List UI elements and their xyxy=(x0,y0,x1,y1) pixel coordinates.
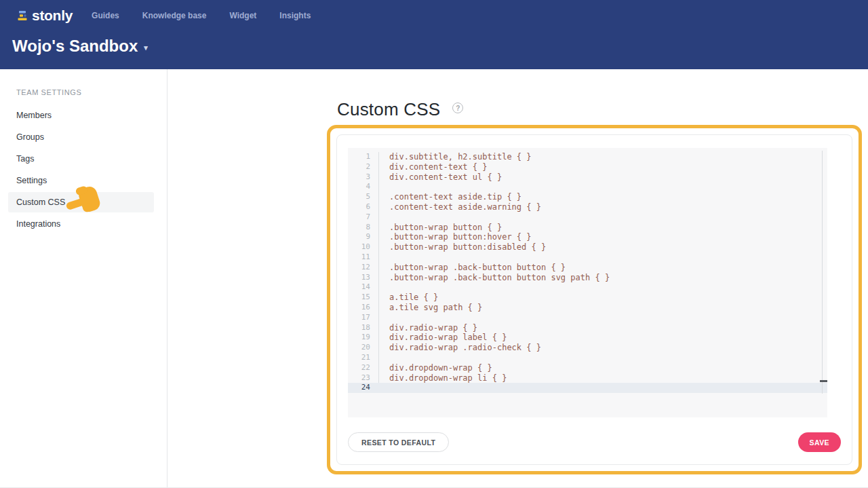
code-text: .content-text aside.tip { } xyxy=(379,192,521,202)
line-number: 4 xyxy=(348,182,379,192)
code-text xyxy=(379,182,389,192)
line-number: 20 xyxy=(348,343,379,353)
custom-css-card: 1 div.subtitle, h2.subtitle { } 2 div.co… xyxy=(336,134,852,465)
nav-item[interactable]: Guides xyxy=(92,11,119,20)
save-button[interactable]: SAVE xyxy=(798,432,841,452)
code-text: .button-wrap button:disabled { } xyxy=(379,242,546,252)
sidebar-items: Members Groups Tags Settings xyxy=(0,105,167,236)
sidebar-item[interactable]: Settings xyxy=(8,170,154,191)
code-line[interactable]: 3 div.content-text ul { } xyxy=(348,172,827,183)
css-code-editor[interactable]: 1 div.subtitle, h2.subtitle { } 2 div.co… xyxy=(348,148,827,417)
code-text: .button-wrap .back-button button { } xyxy=(379,263,566,273)
code-line[interactable]: 18 div.radio-wrap { } xyxy=(348,323,827,333)
code-line[interactable]: 11 xyxy=(348,252,827,263)
code-line[interactable]: 16 a.tile svg path { } xyxy=(348,303,827,313)
line-number: 6 xyxy=(348,202,379,212)
code-line[interactable]: 24 xyxy=(348,383,827,393)
line-number: 16 xyxy=(348,303,379,313)
code-text: a.tile { } xyxy=(379,293,438,303)
sidebar-item[interactable]: Integrations xyxy=(8,214,154,234)
code-text: div.radio-wrap label { } xyxy=(379,333,507,343)
code-line[interactable]: 17 xyxy=(348,313,827,323)
nav-item[interactable]: Insights xyxy=(279,11,311,20)
code-line[interactable]: 2 div.content-text { } xyxy=(348,162,827,172)
code-line[interactable]: 14 xyxy=(348,282,827,293)
line-number: 2 xyxy=(348,162,379,172)
code-line[interactable]: 13 .button-wrap .back-button button svg … xyxy=(348,273,827,283)
line-number: 18 xyxy=(348,323,379,333)
line-number: 3 xyxy=(348,172,379,183)
code-text: div.content-text ul { } xyxy=(379,172,502,183)
line-number: 24 xyxy=(348,383,379,393)
code-line[interactable]: 5 .content-text aside.tip { } xyxy=(348,192,827,202)
scrollbar-track[interactable] xyxy=(822,151,823,394)
code-text xyxy=(379,383,389,393)
line-number: 10 xyxy=(348,242,379,252)
line-number: 5 xyxy=(348,192,379,202)
code-text: div.subtitle, h2.subtitle { } xyxy=(379,152,532,162)
code-text: div.content-text { } xyxy=(379,162,488,172)
code-text: .button-wrap button:hover { } xyxy=(379,232,532,242)
code-line[interactable]: 7 xyxy=(348,212,827,223)
sidebar-item-label: Settings xyxy=(16,176,47,185)
code-line[interactable]: 19 div.radio-wrap label { } xyxy=(348,333,827,343)
nav-item[interactable]: Widget xyxy=(229,11,256,20)
workspace-name: Wojo's Sandbox xyxy=(12,37,138,56)
sidebar-item[interactable]: Tags xyxy=(8,149,154,169)
code-text xyxy=(379,313,389,323)
code-line[interactable]: 10 .button-wrap button:disabled { } xyxy=(348,242,827,252)
stonly-logo[interactable]: stonly xyxy=(16,7,73,24)
code-line[interactable]: 1 div.subtitle, h2.subtitle { } xyxy=(348,152,827,162)
sidebar-item-label: Groups xyxy=(16,132,44,142)
line-number: 15 xyxy=(348,293,379,303)
editor-footer: RESET TO DEFAULT SAVE xyxy=(348,432,841,452)
sidebar-item-label: Custom CSS xyxy=(16,198,65,207)
code-text: .button-wrap button { } xyxy=(379,223,502,233)
sidebar: TEAM SETTINGS Members Groups Tags xyxy=(0,69,167,487)
code-text: div.dropdown-wrap { } xyxy=(379,363,492,373)
sidebar-section-label: TEAM SETTINGS xyxy=(0,88,167,96)
code-line[interactable]: 21 xyxy=(348,353,827,363)
code-text: div.radio-wrap { } xyxy=(379,323,477,333)
line-number: 21 xyxy=(348,353,379,363)
page: stonly Guides Knowledge base Widget Insi… xyxy=(0,0,868,488)
help-icon[interactable]: ? xyxy=(452,102,463,113)
code-line[interactable]: 6 .content-text aside.warning { } xyxy=(348,202,827,212)
reset-to-default-button[interactable]: RESET TO DEFAULT xyxy=(348,432,449,452)
code-line[interactable]: 9 .button-wrap button:hover { } xyxy=(348,232,827,242)
code-text xyxy=(379,252,389,263)
workspace-switcher[interactable]: Wojo's Sandbox ▾ xyxy=(12,37,148,56)
line-number: 22 xyxy=(348,363,379,373)
line-number: 9 xyxy=(348,232,379,242)
sidebar-item-label: Integrations xyxy=(16,219,60,229)
line-number: 17 xyxy=(348,313,379,323)
code-line[interactable]: 20 div.radio-wrap .radio-check { } xyxy=(348,343,827,353)
code-line[interactable]: 4 xyxy=(348,182,827,192)
line-number: 7 xyxy=(348,212,379,223)
line-number: 23 xyxy=(348,373,379,383)
code-text: div.dropdown-wrap li { } xyxy=(379,373,507,383)
logo-text: stonly xyxy=(32,7,73,24)
sidebar-item[interactable]: Members xyxy=(8,105,154,126)
main-nav: Guides Knowledge base Widget Insights xyxy=(92,11,311,20)
scrollbar-thumb[interactable] xyxy=(820,380,827,382)
code-line[interactable]: 22 div.dropdown-wrap { } xyxy=(348,363,827,373)
sidebar-item[interactable]: Groups xyxy=(8,127,154,147)
code-line[interactable]: 8 .button-wrap button { } xyxy=(348,223,827,233)
line-number: 8 xyxy=(348,223,379,233)
code-text xyxy=(379,353,389,363)
code-lines: 1 div.subtitle, h2.subtitle { } 2 div.co… xyxy=(348,148,827,393)
line-number: 11 xyxy=(348,252,379,263)
code-line[interactable]: 12 .button-wrap .back-button button { } xyxy=(348,263,827,273)
code-line[interactable]: 23 div.dropdown-wrap li { } xyxy=(348,373,827,383)
stonly-logo-icon xyxy=(16,10,28,21)
sidebar-item[interactable]: Custom CSS xyxy=(8,192,154,212)
sidebar-item-label: Tags xyxy=(16,154,34,164)
code-line[interactable]: 15 a.tile { } xyxy=(348,293,827,303)
line-number: 12 xyxy=(348,263,379,273)
line-number: 19 xyxy=(348,333,379,343)
main-content: Custom CSS ? 1 div.subtitle, h2.subtitle… xyxy=(167,69,868,487)
nav-item[interactable]: Knowledge base xyxy=(142,11,207,20)
code-text xyxy=(379,212,389,223)
page-title: Custom CSS xyxy=(337,99,440,120)
